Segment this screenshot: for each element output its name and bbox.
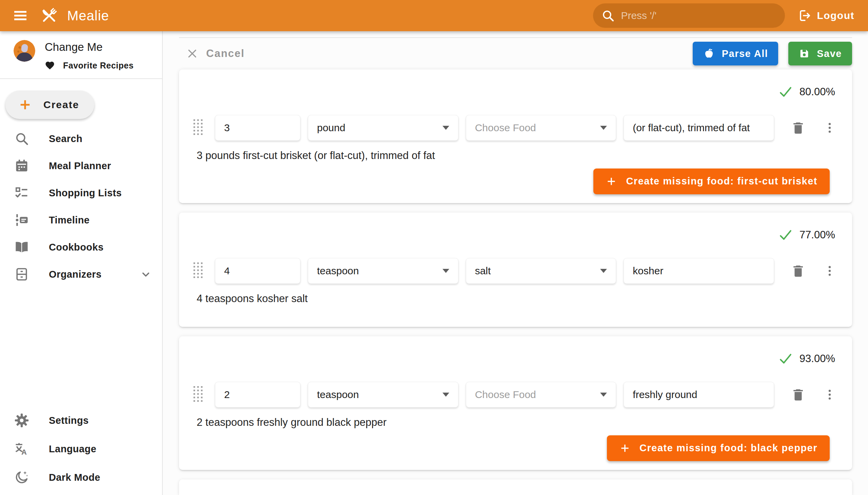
cancel-button[interactable]: Cancel bbox=[186, 48, 245, 60]
ingredient-card: 80.00% bbox=[179, 69, 852, 203]
trash-icon bbox=[790, 263, 806, 279]
more-options-button[interactable] bbox=[823, 121, 836, 135]
card-actions: Create missing food: black pepper bbox=[192, 435, 838, 461]
search-input[interactable] bbox=[621, 10, 777, 21]
user-name: Change Me bbox=[45, 41, 134, 54]
quantity-input[interactable] bbox=[224, 265, 291, 277]
unit-input[interactable] bbox=[317, 122, 438, 134]
check-icon bbox=[779, 228, 793, 242]
ingredient-card: 77.00% bbox=[179, 212, 852, 327]
unit-field bbox=[308, 115, 458, 141]
svg-text:A: A bbox=[21, 448, 27, 456]
hamburger-menu-icon[interactable] bbox=[8, 3, 33, 28]
sidebar-item-language[interactable]: A Language bbox=[0, 434, 162, 463]
avatar[interactable] bbox=[14, 40, 35, 62]
note-input[interactable] bbox=[633, 265, 765, 277]
sidebar-footer-nav: Settings A Language bbox=[0, 406, 162, 495]
unit-input[interactable] bbox=[317, 265, 438, 277]
sidebar-item-shopping-lists[interactable]: Shopping Lists bbox=[0, 180, 162, 206]
confidence-badge: 80.00% bbox=[192, 69, 838, 102]
logout-button[interactable]: Logout bbox=[795, 3, 858, 28]
calendar-icon bbox=[14, 158, 30, 173]
confidence-value: 80.00% bbox=[800, 86, 835, 98]
ingredient-fields-row bbox=[192, 258, 838, 284]
plus-icon bbox=[619, 442, 631, 454]
create-missing-food-button[interactable]: Create missing food: black pepper bbox=[607, 435, 830, 461]
mealie-app: Mealie Logout bbox=[0, 0, 868, 495]
sidebar-spacer bbox=[0, 288, 162, 400]
food-field bbox=[466, 258, 616, 284]
sidebar-item-meal-planner[interactable]: Meal Planner bbox=[0, 152, 162, 180]
sidebar-item-search[interactable]: Search bbox=[0, 125, 162, 152]
sidebar-item-dark-mode[interactable]: Dark Mode bbox=[0, 463, 162, 492]
food-field bbox=[466, 115, 616, 141]
translate-icon: A bbox=[14, 441, 30, 456]
sidebar-item-label: Cookbooks bbox=[49, 242, 104, 253]
favorites-label: Favorite Recipes bbox=[63, 61, 134, 70]
search-icon bbox=[14, 131, 30, 146]
ingredient-parser-main: Cancel Parse All bbox=[163, 31, 868, 495]
create-button[interactable]: Create bbox=[5, 90, 94, 119]
book-open-icon bbox=[14, 240, 30, 255]
caret-down-icon[interactable] bbox=[442, 126, 449, 130]
food-input[interactable] bbox=[475, 265, 596, 277]
caret-down-icon[interactable] bbox=[442, 269, 449, 273]
timeline-icon bbox=[14, 212, 30, 227]
sidebar-item-settings[interactable]: Settings bbox=[0, 406, 162, 434]
app-header: Mealie Logout bbox=[0, 0, 868, 31]
quantity-field bbox=[215, 115, 301, 141]
food-input[interactable] bbox=[475, 389, 596, 400]
drag-handle-icon[interactable] bbox=[192, 119, 203, 137]
caret-down-icon[interactable] bbox=[442, 393, 449, 397]
create-missing-food-button[interactable]: Create missing food: first-cut brisket bbox=[593, 169, 830, 194]
moon-stars-icon bbox=[14, 470, 30, 485]
ingredient-card-partial bbox=[179, 479, 852, 495]
food-input[interactable] bbox=[475, 122, 596, 134]
unit-input[interactable] bbox=[317, 389, 438, 400]
caret-down-icon[interactable] bbox=[600, 393, 607, 397]
global-search[interactable] bbox=[593, 3, 785, 28]
sidebar-item-label: Meal Planner bbox=[49, 160, 111, 172]
save-button[interactable]: Save bbox=[788, 42, 852, 65]
delete-button[interactable] bbox=[790, 120, 806, 136]
unit-field bbox=[308, 382, 458, 408]
logout-icon bbox=[798, 9, 811, 22]
caret-down-icon[interactable] bbox=[600, 269, 607, 273]
quantity-field bbox=[215, 258, 301, 284]
parse-all-button[interactable]: Parse All bbox=[693, 42, 779, 65]
sidebar-item-organizers[interactable]: Organizers bbox=[0, 261, 162, 288]
delete-button[interactable] bbox=[790, 263, 806, 279]
confidence-badge: 93.00% bbox=[192, 336, 838, 369]
original-text: 2 teaspoons freshly ground black pepper bbox=[197, 416, 838, 429]
kebab-icon bbox=[823, 264, 836, 278]
sidebar-item-label: Settings bbox=[49, 415, 89, 426]
note-input[interactable] bbox=[633, 389, 765, 400]
sidebar-item-label: Search bbox=[49, 133, 82, 144]
quantity-input[interactable] bbox=[224, 122, 291, 134]
heart-icon bbox=[45, 61, 55, 70]
quantity-input[interactable] bbox=[224, 389, 291, 400]
sidebar-item-label: Organizers bbox=[49, 269, 102, 280]
more-options-button[interactable] bbox=[823, 264, 836, 278]
more-options-button[interactable] bbox=[823, 388, 836, 402]
parse-all-label: Parse All bbox=[722, 48, 768, 59]
caret-down-icon[interactable] bbox=[600, 126, 607, 130]
chevron-down-icon bbox=[139, 268, 153, 281]
apple-icon bbox=[703, 48, 715, 60]
kebab-icon bbox=[823, 388, 836, 402]
delete-button[interactable] bbox=[790, 387, 806, 403]
note-field bbox=[624, 258, 774, 284]
unit-field bbox=[308, 258, 458, 284]
mealie-logo-icon[interactable] bbox=[39, 5, 60, 26]
drag-handle-icon[interactable] bbox=[192, 386, 203, 404]
favorite-recipes-link[interactable]: Favorite Recipes bbox=[45, 61, 134, 70]
check-icon bbox=[779, 85, 793, 99]
drag-handle-icon[interactable] bbox=[192, 262, 203, 280]
sidebar-item-label: Language bbox=[49, 443, 96, 455]
cancel-label: Cancel bbox=[206, 48, 245, 60]
note-input[interactable] bbox=[633, 122, 765, 134]
sidebar-item-timeline[interactable]: Timeline bbox=[0, 206, 162, 234]
sidebar-item-label: Shopping Lists bbox=[49, 187, 122, 199]
logout-label: Logout bbox=[817, 10, 854, 21]
sidebar-item-cookbooks[interactable]: Cookbooks bbox=[0, 234, 162, 261]
